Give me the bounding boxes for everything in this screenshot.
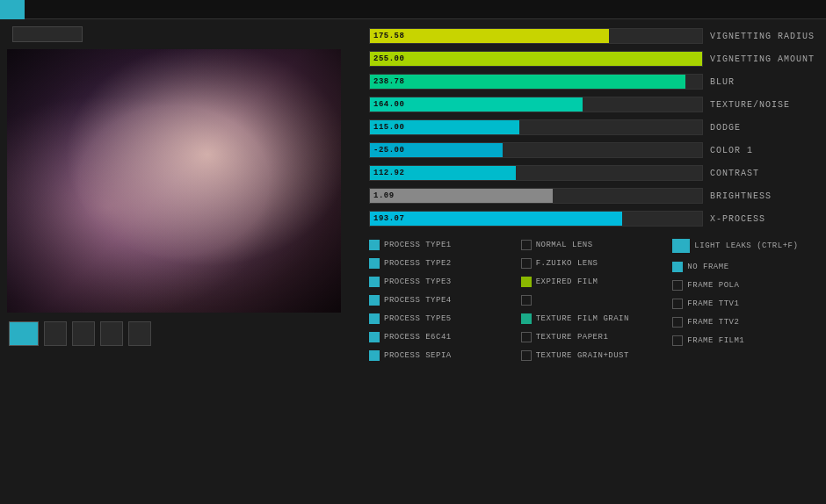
preview-swatch[interactable] — [9, 321, 39, 346]
check-item-c1_3: PROCESS TYPE4 — [369, 292, 514, 308]
check-box-c2_6[interactable] — [521, 350, 532, 361]
check-header-box[interactable] — [672, 239, 690, 253]
check-label-c2_5: TEXTURE PAPER1 — [536, 333, 609, 342]
slider-value-2: 238.78 — [373, 77, 404, 86]
slider-row-2: 238.78BLUR — [369, 72, 817, 91]
preview-image — [7, 49, 341, 313]
load-button[interactable] — [100, 321, 123, 346]
slider-fill-8 — [370, 212, 622, 226]
tab-main[interactable] — [0, 0, 25, 19]
right-panel: 175.58VIGNETTING RADIUS255.00VIGNETTING … — [360, 19, 826, 504]
slider-track-8[interactable]: 193.07 — [369, 211, 703, 227]
slider-track-2[interactable]: 238.78 — [369, 74, 703, 90]
slider-label-6: CONTRAST — [710, 169, 759, 178]
check-item-c2_3 — [521, 292, 666, 308]
check-label-c2_2: EXPIRED FILM — [536, 277, 598, 286]
slider-label-1: VIGNETTING AMOUNT — [710, 54, 815, 64]
slider-row-0: 175.58VIGNETTING RADIUS — [369, 26, 817, 46]
check-box-c3_0[interactable] — [672, 262, 683, 272]
check-label-c1_2: PROCESS TYPE3 — [384, 277, 452, 286]
check-label-c2_1: F.ZUIKO LENS — [536, 259, 598, 268]
slider-value-4: 115.00 — [373, 123, 404, 132]
slider-row-5: -25.00COLOR 1 — [369, 140, 817, 160]
check-box-c2_0[interactable] — [521, 240, 532, 250]
copy-button[interactable] — [44, 321, 67, 346]
check-col-1: PROCESS TYPE1PROCESS TYPE2PROCESS TYPE3P… — [369, 237, 514, 497]
slider-track-6[interactable]: 112.92 — [369, 165, 703, 181]
check-box-c2_3[interactable] — [521, 295, 532, 306]
main-layout: 175.58VIGNETTING RADIUS255.00VIGNETTING … — [0, 19, 826, 504]
slider-track-0[interactable]: 175.58 — [369, 28, 703, 44]
slider-label-7: BRIGHTNESS — [710, 191, 772, 201]
slider-row-6: 112.92CONTRAST — [369, 163, 817, 183]
check-box-c3_4[interactable] — [672, 335, 683, 346]
check-box-c3_1[interactable] — [672, 280, 683, 291]
left-panel — [0, 19, 360, 504]
check-box-c1_3[interactable] — [369, 295, 380, 306]
slider-fill-0 — [370, 29, 609, 43]
check-label-c1_0: PROCESS TYPE1 — [384, 241, 452, 249]
slider-fill-1 — [370, 52, 702, 66]
check-label-c3_2: FRAME TTV1 — [687, 299, 739, 308]
photo-canvas — [7, 49, 341, 313]
check-item-c1_5: PROCESS E6C41 — [369, 329, 514, 345]
check-label-c1_4: PROCESS TYPE5 — [384, 314, 452, 323]
slider-label-4: DODGE — [710, 123, 741, 133]
slider-track-5[interactable]: -25.00 — [369, 142, 703, 158]
paste-button[interactable] — [72, 321, 95, 346]
check-box-c1_4[interactable] — [369, 313, 380, 324]
slider-track-4[interactable]: 115.00 — [369, 119, 703, 135]
savefile-button[interactable] — [128, 321, 151, 346]
check-box-c1_1[interactable] — [369, 258, 380, 269]
slider-row-7: 1.09BRIGHTNESS — [369, 186, 817, 205]
check-box-c2_4[interactable] — [521, 313, 532, 324]
slider-row-8: 193.07X-PROCESS — [369, 209, 817, 228]
slider-label-2: BLUR — [710, 77, 735, 87]
slider-value-5: -25.00 — [373, 146, 404, 155]
check-item-c1_6: PROCESS SEPIA — [369, 348, 514, 364]
slider-value-0: 175.58 — [373, 32, 404, 40]
check-item-c2_5: TEXTURE PAPER1 — [521, 329, 666, 345]
check-item-c2_4: TEXTURE FILM GRAIN — [521, 311, 666, 327]
check-box-c1_0[interactable] — [369, 240, 380, 250]
check-box-c1_5[interactable] — [369, 332, 380, 342]
check-item-c3_4: FRAME FILM1 — [672, 333, 817, 349]
slider-track-3[interactable]: 164.00 — [369, 97, 703, 112]
check-label-c3_0: NO FRAME — [687, 263, 728, 271]
check-box-c1_6[interactable] — [369, 350, 380, 361]
check-item-c1_1: PROCESS TYPE2 — [369, 256, 514, 271]
check-item-c2_2: EXPIRED FILM — [521, 274, 666, 290]
check-item-c3_0: NO FRAME — [672, 259, 817, 275]
check-label-c1_6: PROCESS SEPIA — [384, 351, 452, 360]
check-box-c1_2[interactable] — [369, 277, 380, 287]
slider-fill-7 — [370, 189, 553, 203]
slider-label-8: X-PROCESS — [710, 214, 765, 224]
slider-track-1[interactable]: 255.00 — [369, 51, 703, 67]
check-item-c1_4: PROCESS TYPE5 — [369, 311, 514, 327]
slider-value-6: 112.92 — [373, 169, 404, 177]
check-item-c2_6: TEXTURE GRAIN+DUST — [521, 348, 666, 364]
check-box-c2_2[interactable] — [521, 277, 532, 287]
tab-options[interactable] — [25, 0, 49, 19]
check-item-c1_0: PROCESS TYPE1 — [369, 237, 514, 253]
tab-help[interactable] — [49, 0, 74, 19]
check-box-c2_1[interactable] — [521, 258, 532, 269]
preset-input[interactable] — [12, 26, 83, 42]
check-label-c3_1: FRAME POLA — [687, 281, 739, 290]
check-header-item: LIGHT LEAKS (CTRL+F) — [672, 237, 817, 255]
slider-track-7[interactable]: 1.09 — [369, 188, 703, 204]
check-header-label: LIGHT LEAKS (CTRL+F) — [694, 241, 798, 250]
check-box-c2_5[interactable] — [521, 332, 532, 342]
check-label-c3_4: FRAME FILM1 — [687, 336, 744, 345]
slider-row-4: 115.00DODGE — [369, 118, 817, 137]
check-label-c3_3: FRAME TTV2 — [687, 318, 739, 327]
top-nav — [0, 0, 826, 19]
sliders-section: 175.58VIGNETTING RADIUS255.00VIGNETTING … — [369, 26, 817, 232]
checkboxes-section: PROCESS TYPE1PROCESS TYPE2PROCESS TYPE3P… — [369, 237, 817, 497]
check-label-c1_5: PROCESS E6C41 — [384, 333, 452, 342]
slider-label-3: TEXTURE/NOISE — [710, 100, 790, 110]
preset-row — [7, 26, 353, 42]
check-box-c3_3[interactable] — [672, 317, 683, 328]
check-item-c1_2: PROCESS TYPE3 — [369, 274, 514, 290]
check-box-c3_2[interactable] — [672, 299, 683, 309]
